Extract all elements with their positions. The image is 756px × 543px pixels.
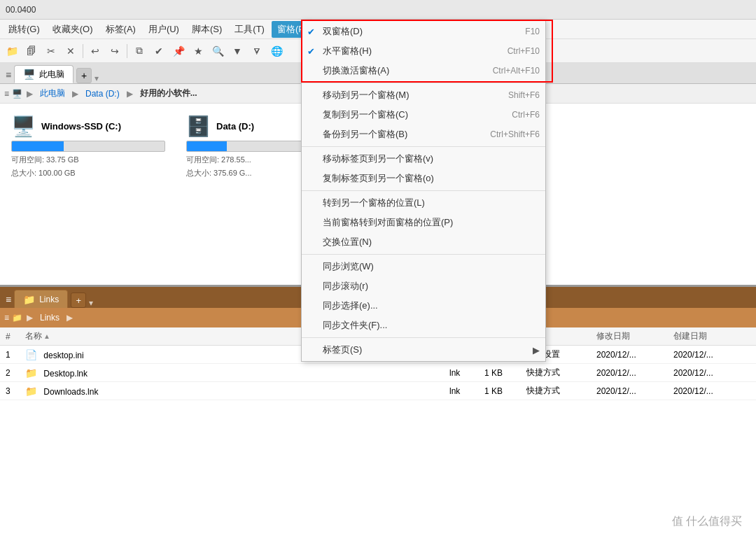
menu-users[interactable]: 用户(U): [143, 21, 185, 38]
drive-c-progress-bar-bg: [11, 141, 165, 152]
menu-item-sync-scroll-label: 同步滚动(r): [323, 280, 368, 292]
tab-pc-icon: 🖥️: [23, 69, 35, 80]
menu-item-move-to-pane[interactable]: 移动到另一个窗格(M) Shift+F6: [302, 85, 545, 105]
upper-tab-thispc[interactable]: 🖥️ 此电脑: [14, 65, 74, 83]
upper-breadcrumb-current: 好用的小软件...: [137, 86, 200, 101]
lower-tab-icon: 📁: [23, 294, 35, 305]
menu-item-sync-select-label: 同步选择(e)...: [323, 299, 378, 312]
title-text: 00.0400: [6, 5, 36, 15]
menu-jump[interactable]: 跳转(G): [3, 21, 46, 38]
sep-3: [302, 190, 545, 191]
toolbar-icon-cut[interactable]: ✂: [42, 42, 60, 60]
menu-tools[interactable]: 工具(T): [229, 21, 270, 38]
drive-d-label: Data (D:): [216, 121, 254, 132]
menu-item-backup-to-pane[interactable]: 备份到另一个窗格(B) Ctrl+Shift+F6: [302, 125, 545, 144]
lower-tab-nav[interactable]: ▾: [89, 298, 93, 308]
upper-sep2: ▶: [71, 89, 80, 99]
menu-scripts[interactable]: 脚本(S): [186, 21, 227, 38]
upper-pc-icon: 🖥️: [12, 89, 22, 99]
menu-item-sync-browse-label: 同步浏览(W): [323, 260, 374, 273]
upper-tab-add[interactable]: +: [76, 68, 92, 83]
panes-dropdown-menu: ✔ 双窗格(D) F10 ✔ 水平窗格(H) Ctrl+F10 切换激活窗格(A…: [301, 20, 546, 362]
toolbar-sep-1: [83, 44, 83, 58]
toolbar-icon-folder[interactable]: 📁: [3, 42, 21, 60]
toolbar-icon-copy[interactable]: 🗐: [22, 42, 41, 60]
menu-item-switch-active-pane[interactable]: 切换激活窗格(A) Ctrl+Alt+F10: [302, 61, 545, 80]
menu-item-sync-folder[interactable]: 同步文件夹(F)...: [302, 316, 545, 335]
menu-item-move-shortcut: Shift+F6: [508, 90, 540, 100]
menu-item-swap-label: 交换位置(N): [323, 236, 372, 248]
menu-item-copy-label: 复制到另一个窗格(C): [323, 108, 408, 121]
menu-item-horizontal-pane[interactable]: ✔ 水平窗格(H) Ctrl+F10: [302, 41, 545, 61]
menu-item-copy-shortcut: Ctrl+F6: [512, 110, 540, 120]
upper-menu-btn[interactable]: ≡: [4, 89, 9, 99]
toolbar-icon-redo[interactable]: ↪: [106, 42, 124, 60]
file-3-date-create: 2020/12/...: [673, 386, 750, 396]
toolbar-icon-undo[interactable]: ↩: [86, 42, 104, 60]
upper-menu-icon[interactable]: ≡: [3, 66, 14, 83]
file-2-name: 📁 Desktop.lnk: [25, 367, 449, 379]
upper-tab-label: 此电脑: [39, 69, 64, 80]
menu-item-current-to-other-label: 当前窗格转到对面窗格的位置(P): [323, 216, 453, 229]
menu-item-sync-browse[interactable]: 同步浏览(W): [302, 257, 545, 276]
file-2-date-mod: 2020/12/...: [596, 368, 673, 378]
upper-breadcrumb-datad[interactable]: Data (D:): [83, 87, 122, 100]
lower-tab-add[interactable]: +: [71, 292, 86, 308]
upper-sep1: ▶: [25, 89, 34, 99]
menu-item-sync-scroll[interactable]: 同步滚动(r): [302, 276, 545, 296]
toolbar-icon-filter[interactable]: ▼: [228, 42, 246, 60]
sort-arrow-name: ▲: [43, 332, 50, 340]
menu-item-horizontal-pane-label: 水平窗格(H): [323, 45, 372, 57]
toolbar-icon-star[interactable]: ★: [189, 42, 207, 60]
drive-c[interactable]: 🖥️ Windows-SSD (C:) 可用空间: 33.75 GB 总大小: …: [11, 115, 165, 178]
toolbar-icon-delete[interactable]: ✕: [62, 42, 80, 60]
toolbar-icon-filter2[interactable]: ⛛: [248, 42, 266, 60]
lower-menu-icon[interactable]: ≡: [3, 291, 14, 308]
col-header-num[interactable]: #: [6, 332, 25, 341]
col-header-date-create[interactable]: 创建日期: [673, 330, 750, 342]
menu-item-dual-pane[interactable]: ✔ 双窗格(D) F10: [302, 22, 545, 41]
menu-item-backup-label: 备份到另一个窗格(B): [323, 128, 407, 141]
menu-item-sync-select[interactable]: 同步选择(e)...: [302, 296, 545, 316]
menu-item-copy-tab[interactable]: 复制标签页到另一个窗格(o): [302, 169, 545, 188]
file-2-ext: lnk: [449, 368, 484, 378]
menu-favorites[interactable]: 收藏夹(O): [47, 21, 99, 38]
file-3-type: 快捷方式: [526, 385, 596, 397]
col-header-date-mod[interactable]: 修改日期: [596, 330, 673, 342]
file-3-size: 1 KB: [484, 386, 526, 396]
file-row[interactable]: 2 📁 Desktop.lnk lnk 1 KB 快捷方式 2020/12/..…: [0, 364, 756, 382]
menu-item-move-tab[interactable]: 移动标签页到另一个窗格(v): [302, 149, 545, 169]
title-bar: 00.0400: [0, 0, 756, 20]
file-3-date-mod: 2020/12/...: [596, 386, 673, 396]
menu-item-backup-shortcut: Ctrl+Shift+F6: [490, 129, 540, 139]
toolbar-sep-2: [127, 44, 127, 58]
menu-item-tabs-submenu[interactable]: 标签页(S) ▶: [302, 340, 545, 360]
lower-menu-btn[interactable]: ≡: [4, 313, 9, 323]
menu-item-move-tab-label: 移动标签页到另一个窗格(v): [323, 153, 433, 165]
sep-5: [302, 337, 545, 338]
toolbar-icon-pin[interactable]: 📌: [169, 42, 188, 60]
lower-sep2: ▶: [65, 313, 74, 323]
toolbar-icon-refresh[interactable]: 🌐: [267, 42, 286, 60]
upper-breadcrumb-thispc[interactable]: 此电脑: [37, 86, 68, 101]
watermark: 值 什么值得买: [672, 514, 742, 529]
upper-tab-nav[interactable]: ▾: [94, 73, 99, 83]
drive-c-free: 可用空间: 33.75 GB: [11, 155, 165, 165]
file-1-date-create: 2020/12/...: [673, 350, 750, 360]
menu-item-current-to-other[interactable]: 当前窗格转到对面窗格的位置(P): [302, 213, 545, 232]
file-2-num: 2: [6, 368, 25, 378]
menu-item-switch-pane-label: 切换激活窗格(A): [323, 64, 389, 77]
toolbar-icon-search[interactable]: 🔍: [209, 42, 227, 60]
menu-item-copy-to-pane[interactable]: 复制到另一个窗格(C) Ctrl+F6: [302, 105, 545, 125]
toolbar-icon-check[interactable]: ✔: [150, 42, 168, 60]
drive-d-icon: 🗄️: [186, 115, 211, 138]
file-3-icon: 📁: [25, 386, 37, 397]
lower-breadcrumb-links[interactable]: Links: [37, 311, 62, 324]
menu-tags[interactable]: 标签(A): [100, 21, 141, 38]
menu-item-goto-other[interactable]: 转到另一个窗格的位置(L): [302, 193, 545, 213]
lower-tab-links[interactable]: 📁 Links: [14, 290, 68, 308]
toolbar-icon-copy2[interactable]: ⧉: [130, 42, 148, 60]
menu-item-swap[interactable]: 交换位置(N): [302, 232, 545, 252]
upper-sep3: ▶: [125, 89, 134, 99]
file-row[interactable]: 3 📁 Downloads.lnk lnk 1 KB 快捷方式 2020/12/…: [0, 382, 756, 400]
